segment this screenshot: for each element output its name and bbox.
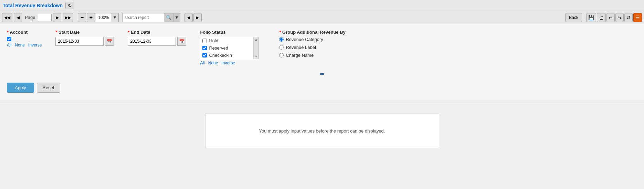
refresh-button[interactable]: ↺ xyxy=(624,13,633,22)
radio-charge-name[interactable] xyxy=(279,53,284,57)
end-date-field-group: * End Date 📅 xyxy=(128,30,186,46)
folio-hold-label: Hold xyxy=(209,38,218,43)
nav-next-button[interactable]: ▶ xyxy=(53,13,61,22)
folio-links: All None Inverse xyxy=(200,61,258,65)
radio-charge-name-label: Charge Name xyxy=(286,53,314,58)
account-all-link[interactable]: All xyxy=(7,43,11,48)
account-links: All None Inverse xyxy=(7,43,42,48)
radio-item-revenue-label: Revenue Label xyxy=(279,45,345,50)
page-label: Page xyxy=(25,15,35,20)
radio-item-charge-name: Charge Name xyxy=(279,53,345,58)
report-placeholder: You must apply input values before the r… xyxy=(205,114,439,148)
toolbar: ◀◀ ◀ Page ▶ ▶▶ − + 100% ▼ 🔍 ▼ ◀ ▶ Back 💾… xyxy=(0,11,644,24)
reset-button[interactable]: Reset xyxy=(37,83,60,93)
undo-button[interactable]: ↩ xyxy=(606,13,615,22)
account-none-link[interactable]: None xyxy=(15,43,25,48)
radio-revenue-category-label: Revenue Category xyxy=(286,37,323,42)
folio-scroll-down[interactable]: ▼ xyxy=(254,55,257,58)
radio-revenue-label[interactable] xyxy=(279,45,284,50)
result-next-button[interactable]: ▶ xyxy=(193,13,202,22)
end-date-input[interactable] xyxy=(128,37,176,46)
folio-none-link[interactable]: None xyxy=(208,61,218,65)
folio-status-field-group: Folio Status Hold Reserved Checked-In xyxy=(200,30,258,65)
form-area: * Account All None Inverse * Start Date xyxy=(0,24,644,99)
drag-handle-icon[interactable]: ═ xyxy=(320,71,324,77)
account-label: * Account xyxy=(7,30,42,35)
account-field-group: * Account All None Inverse xyxy=(7,30,42,48)
start-date-input[interactable] xyxy=(55,37,104,46)
page-title: Total Revenue Breakdown xyxy=(3,3,63,8)
report-placeholder-text: You must apply input values before the r… xyxy=(259,128,385,134)
end-date-label: * End Date xyxy=(128,30,186,35)
result-prev-button[interactable]: ◀ xyxy=(184,13,193,22)
start-date-wrapper: 📅 xyxy=(55,37,114,46)
radio-revenue-label-text: Revenue Label xyxy=(286,45,316,50)
search-wrapper: 🔍 ▼ xyxy=(122,13,180,22)
folio-list-container: Hold Reserved Checked-In ▲ ▼ xyxy=(200,37,258,59)
apply-button[interactable]: Apply xyxy=(7,83,34,93)
list-view-button[interactable]: ☰ xyxy=(633,13,642,22)
print-button[interactable]: 🖨 xyxy=(597,13,606,22)
nav-first-button[interactable]: ◀◀ xyxy=(2,13,12,22)
start-date-field-group: * Start Date 📅 xyxy=(55,30,114,46)
folio-hold-checkbox[interactable] xyxy=(202,39,207,43)
folio-list: Hold Reserved Checked-In xyxy=(200,37,258,59)
folio-checkedin-label: Checked-In xyxy=(209,53,232,58)
zoom-out-button[interactable]: − xyxy=(78,13,86,22)
zoom-selector[interactable]: 100% ▼ xyxy=(96,13,119,22)
button-row: Apply Reset xyxy=(7,83,637,93)
drag-divider[interactable]: ═ xyxy=(7,71,637,77)
radio-revenue-category[interactable] xyxy=(279,37,284,42)
list-item: Checked-In xyxy=(200,52,253,59)
page-input[interactable] xyxy=(38,14,52,21)
folio-scroll-up[interactable]: ▲ xyxy=(254,38,257,41)
start-date-calendar-button[interactable]: 📅 xyxy=(105,37,114,46)
title-refresh-button[interactable]: ↻ xyxy=(65,2,74,9)
report-area: You must apply input values before the r… xyxy=(0,107,644,155)
end-date-calendar-button[interactable]: 📅 xyxy=(177,37,186,46)
list-item: Reserved xyxy=(200,44,253,52)
zoom-value: 100% xyxy=(96,15,111,20)
search-icon[interactable]: 🔍 xyxy=(164,13,173,22)
nav-prev-button[interactable]: ◀ xyxy=(14,13,22,22)
end-date-required-star: * xyxy=(128,30,129,35)
folio-scrollbar[interactable]: ▲ ▼ xyxy=(253,37,258,59)
start-date-required-star: * xyxy=(55,30,57,35)
redo-button[interactable]: ↪ xyxy=(615,13,624,22)
group-revenue-label: * Group Additional Revenue By xyxy=(279,30,345,35)
folio-all-link[interactable]: All xyxy=(200,61,204,65)
group-required-star: * xyxy=(279,30,281,35)
folio-inverse-link[interactable]: Inverse xyxy=(221,61,235,65)
back-button[interactable]: Back xyxy=(565,13,582,22)
zoom-in-button[interactable]: + xyxy=(87,13,95,22)
toolbar-right-group: 💾 🖨 ↩ ↪ ↺ ☰ xyxy=(586,13,642,22)
title-bar: Total Revenue Breakdown ↻ xyxy=(0,0,644,11)
start-date-label: * Start Date xyxy=(55,30,114,35)
folio-checkedin-checkbox[interactable] xyxy=(202,53,207,57)
account-required-star: * xyxy=(7,30,9,35)
group-revenue-field-group: * Group Additional Revenue By Revenue Ca… xyxy=(279,30,345,58)
nav-last-button[interactable]: ▶▶ xyxy=(63,13,73,22)
account-checkbox[interactable] xyxy=(7,37,11,41)
search-dropdown-arrow[interactable]: ▼ xyxy=(173,13,180,22)
folio-reserved-label: Reserved xyxy=(209,45,228,51)
radio-item-revenue-category: Revenue Category xyxy=(279,37,345,42)
horizontal-separator xyxy=(0,103,644,103)
group-radio-options: Revenue Category Revenue Label Charge Na… xyxy=(279,37,345,58)
zoom-dropdown-arrow[interactable]: ▼ xyxy=(111,13,118,22)
end-date-wrapper: 📅 xyxy=(128,37,186,46)
nav-arrows-group: ◀ ▶ xyxy=(184,13,202,22)
account-inverse-link[interactable]: Inverse xyxy=(28,43,42,48)
list-item: Hold xyxy=(200,37,253,44)
folio-status-label: Folio Status xyxy=(200,30,258,35)
search-input[interactable] xyxy=(123,13,164,22)
account-checkbox-row xyxy=(7,37,42,41)
folio-reserved-checkbox[interactable] xyxy=(202,46,207,50)
form-row: * Account All None Inverse * Start Date xyxy=(7,30,637,65)
save-button[interactable]: 💾 xyxy=(586,13,596,22)
